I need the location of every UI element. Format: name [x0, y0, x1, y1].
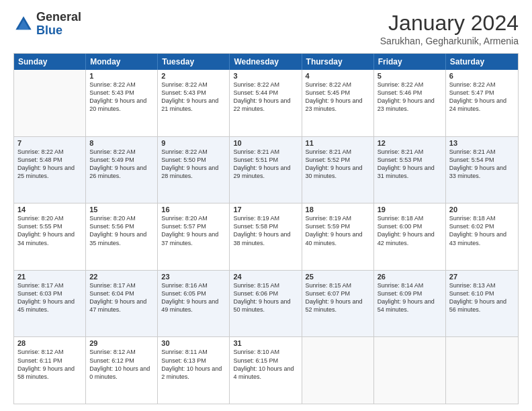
cell-line: Daylight: 9 hours and 23 minutes. [378, 97, 442, 113]
day-number: 21 [17, 273, 82, 281]
cell-line: Sunset: 5:57 PM [161, 222, 226, 230]
cell-line: Sunset: 6:04 PM [89, 289, 154, 298]
day-number: 13 [449, 139, 515, 147]
cal-cell [302, 337, 374, 404]
cell-line: Sunset: 5:47 PM [449, 89, 515, 97]
cell-line: Daylight: 9 hours and 23 minutes. [306, 97, 370, 113]
cell-line: Sunset: 6:12 PM [89, 357, 154, 365]
cal-cell: 3Sunrise: 8:22 AMSunset: 5:44 PMDaylight… [230, 70, 302, 136]
cell-line: Sunset: 5:55 PM [17, 222, 82, 230]
cell-line: Sunset: 5:44 PM [233, 89, 298, 97]
cal-cell: 6Sunrise: 8:22 AMSunset: 5:47 PMDaylight… [446, 70, 518, 136]
cell-line: Daylight: 9 hours and 45 minutes. [17, 298, 82, 314]
day-number: 8 [89, 139, 154, 147]
cal-cell: 30Sunrise: 8:11 AMSunset: 6:13 PMDayligh… [158, 337, 230, 404]
cell-line: Sunset: 5:51 PM [233, 156, 298, 164]
cal-cell: 11Sunrise: 8:21 AMSunset: 5:52 PMDayligh… [302, 137, 374, 203]
cal-cell: 13Sunrise: 8:21 AMSunset: 5:54 PMDayligh… [446, 137, 518, 203]
cell-line: Sunrise: 8:21 AM [306, 148, 370, 156]
cell-line: Sunset: 6:00 PM [378, 222, 442, 230]
cell-line: Sunset: 6:06 PM [233, 289, 298, 298]
day-number: 12 [378, 139, 442, 147]
cell-line: Sunrise: 8:14 AM [378, 281, 442, 289]
cell-line: Daylight: 9 hours and 58 minutes. [17, 365, 82, 381]
day-number: 16 [161, 205, 226, 214]
cal-header-sunday: Sunday [14, 54, 86, 70]
cell-line: Sunrise: 8:22 AM [378, 81, 442, 89]
cell-line: Sunset: 5:48 PM [17, 156, 82, 164]
day-number: 4 [306, 72, 370, 80]
cell-line: Daylight: 9 hours and 54 minutes. [378, 298, 442, 314]
cal-week-3: 14Sunrise: 8:20 AMSunset: 5:55 PMDayligh… [14, 203, 518, 270]
cell-line: Daylight: 9 hours and 22 minutes. [233, 97, 298, 113]
cell-line: Sunrise: 8:21 AM [378, 148, 442, 156]
cal-header-friday: Friday [374, 54, 446, 70]
cell-line: Sunset: 5:43 PM [89, 89, 154, 97]
cal-cell: 25Sunrise: 8:15 AMSunset: 6:07 PMDayligh… [302, 271, 374, 337]
cell-line: Daylight: 9 hours and 52 minutes. [306, 298, 370, 314]
cell-line: Sunrise: 8:17 AM [89, 281, 154, 289]
cell-line: Sunrise: 8:22 AM [306, 81, 370, 89]
cell-line: Daylight: 9 hours and 38 minutes. [233, 230, 298, 246]
calendar-header-row: SundayMondayTuesdayWednesdayThursdayFrid… [14, 54, 518, 70]
cal-cell: 4Sunrise: 8:22 AMSunset: 5:45 PMDaylight… [302, 70, 374, 136]
day-number: 30 [161, 339, 226, 347]
cal-week-5: 28Sunrise: 8:12 AMSunset: 6:11 PMDayligh… [14, 336, 518, 404]
cal-cell: 16Sunrise: 8:20 AMSunset: 5:57 PMDayligh… [158, 203, 230, 270]
cal-week-2: 7Sunrise: 8:22 AMSunset: 5:48 PMDaylight… [14, 136, 518, 203]
cal-cell: 14Sunrise: 8:20 AMSunset: 5:55 PMDayligh… [14, 203, 86, 270]
cal-cell: 8Sunrise: 8:22 AMSunset: 5:49 PMDaylight… [86, 137, 158, 203]
cal-cell: 21Sunrise: 8:17 AMSunset: 6:03 PMDayligh… [14, 271, 86, 337]
cell-line: Sunset: 5:45 PM [306, 89, 370, 97]
cell-line: Daylight: 9 hours and 34 minutes. [17, 230, 82, 246]
cell-line: Sunset: 6:02 PM [449, 222, 515, 230]
cell-line: Daylight: 9 hours and 20 minutes. [89, 97, 154, 113]
calendar: SundayMondayTuesdayWednesdayThursdayFrid… [13, 53, 519, 404]
cell-line: Sunrise: 8:16 AM [161, 281, 226, 289]
cell-line: Sunset: 6:11 PM [17, 357, 82, 365]
cal-cell: 7Sunrise: 8:22 AMSunset: 5:48 PMDaylight… [14, 137, 86, 203]
cell-line: Sunrise: 8:21 AM [233, 148, 298, 156]
cell-line: Sunrise: 8:22 AM [17, 148, 82, 156]
page: General Blue January 2024 Sarukhan, Gegh… [0, 0, 532, 411]
day-number: 23 [161, 273, 226, 281]
cell-line: Daylight: 9 hours and 28 minutes. [161, 164, 226, 180]
cell-line: Daylight: 9 hours and 35 minutes. [89, 230, 154, 246]
cal-cell [446, 337, 518, 404]
cell-line: Daylight: 10 hours and 4 minutes. [233, 365, 298, 381]
cell-line: Sunrise: 8:10 AM [233, 348, 298, 356]
cal-cell: 19Sunrise: 8:18 AMSunset: 6:00 PMDayligh… [374, 203, 446, 270]
cell-line: Sunset: 5:53 PM [378, 156, 442, 164]
cell-line: Daylight: 9 hours and 24 minutes. [449, 97, 515, 113]
cell-line: Daylight: 9 hours and 37 minutes. [161, 230, 226, 246]
logo-general: General [36, 10, 81, 24]
cal-cell: 24Sunrise: 8:15 AMSunset: 6:06 PMDayligh… [230, 271, 302, 337]
cell-line: Sunrise: 8:22 AM [161, 148, 226, 156]
day-number: 14 [17, 205, 82, 214]
day-number: 20 [449, 205, 515, 214]
cell-line: Daylight: 9 hours and 29 minutes. [233, 164, 298, 180]
day-number: 19 [378, 205, 442, 214]
day-number: 7 [17, 139, 82, 147]
cal-cell: 18Sunrise: 8:19 AMSunset: 5:59 PMDayligh… [302, 203, 374, 270]
cal-cell: 15Sunrise: 8:20 AMSunset: 5:56 PMDayligh… [86, 203, 158, 270]
day-number: 3 [233, 72, 298, 80]
cal-cell: 22Sunrise: 8:17 AMSunset: 6:04 PMDayligh… [86, 271, 158, 337]
cell-line: Sunrise: 8:22 AM [89, 148, 154, 156]
general-blue-logo-icon [13, 14, 34, 34]
cell-line: Sunrise: 8:20 AM [161, 214, 226, 222]
day-number: 5 [378, 72, 442, 80]
day-number: 9 [161, 139, 226, 147]
cell-line: Sunset: 5:58 PM [233, 222, 298, 230]
cal-cell: 23Sunrise: 8:16 AMSunset: 6:05 PMDayligh… [158, 271, 230, 337]
cell-line: Sunset: 6:15 PM [233, 357, 298, 365]
cell-line: Daylight: 10 hours and 2 minutes. [161, 365, 226, 381]
cal-header-wednesday: Wednesday [230, 54, 302, 70]
cell-line: Sunrise: 8:18 AM [449, 214, 515, 222]
cal-cell: 27Sunrise: 8:13 AMSunset: 6:10 PMDayligh… [446, 271, 518, 337]
location: Sarukhan, Gegharkunik, Armenia [380, 36, 519, 46]
cell-line: Daylight: 9 hours and 42 minutes. [378, 230, 442, 246]
cal-header-monday: Monday [86, 54, 158, 70]
cal-header-saturday: Saturday [446, 54, 518, 70]
cell-line: Sunrise: 8:13 AM [449, 281, 515, 289]
